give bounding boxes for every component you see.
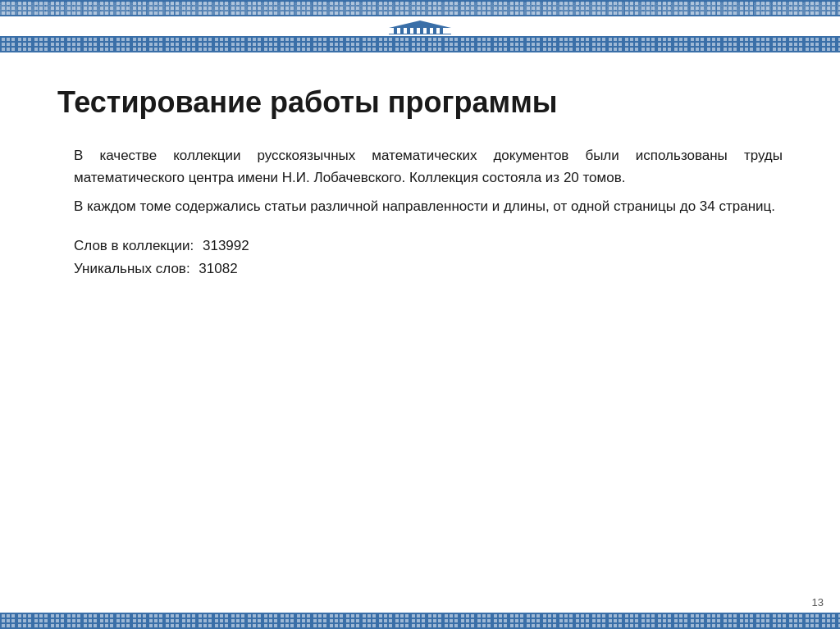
stat-unique-value: 31082: [199, 261, 237, 276]
slide-content: Тестирование работы программы В качестве…: [0, 52, 840, 306]
svg-rect-15: [407, 28, 410, 34]
top-meander-stripe: [0, 0, 840, 16]
svg-rect-18: [427, 28, 430, 34]
stats-block: Слов в коллекции: 313992 Уникальных слов…: [74, 235, 783, 282]
stat-words-value: 313992: [203, 238, 249, 253]
svg-rect-14: [400, 28, 404, 34]
stat-unique-line: Уникальных слов: 31082: [74, 258, 783, 281]
stat-unique-label: Уникальных слов:: [74, 261, 190, 276]
page-number: 13: [812, 596, 824, 608]
svg-rect-17: [420, 28, 423, 34]
bottom-meander-stripe: [0, 613, 840, 629]
svg-rect-11: [0, 0, 840, 16]
svg-rect-45: [0, 613, 840, 629]
svg-rect-33: [0, 36, 840, 52]
svg-rect-13: [394, 28, 397, 34]
paragraph-1: В качестве коллекции русскоязычных матем…: [74, 144, 783, 189]
svg-rect-20: [440, 28, 443, 34]
header-temple-area: [0, 16, 840, 36]
temple-icon: [387, 20, 453, 34]
svg-rect-21: [389, 34, 451, 34]
svg-rect-0: [0, 0, 840, 16]
svg-rect-16: [413, 28, 417, 34]
paragraph-2: В каждом томе содержались статьи различн…: [74, 195, 783, 217]
text-block: В качестве коллекции русскоязычных матем…: [74, 144, 783, 218]
slide-title: Тестирование работы программы: [57, 85, 783, 120]
svg-rect-19: [433, 28, 436, 34]
meander-svg-top: [0, 0, 840, 16]
stat-words-line: Слов в коллекции: 313992: [74, 235, 783, 258]
second-meander-stripe: [0, 36, 840, 52]
stat-words-label: Слов в коллекции:: [74, 238, 194, 253]
svg-marker-12: [389, 21, 451, 28]
